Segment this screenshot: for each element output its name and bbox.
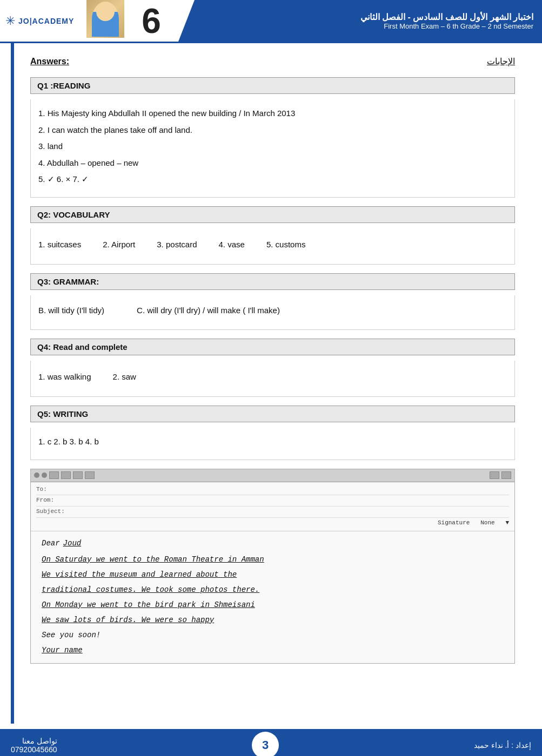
q1-content: 1. His Majesty king Abdullah II opened t… xyxy=(30,99,515,198)
q4-item-1: 1. was walking xyxy=(38,369,91,385)
q1-item-2: 2. I can watch the planes take off and l… xyxy=(38,123,507,138)
contact-arabic: تواصل معنا xyxy=(11,737,57,745)
toolbar-dot-2 xyxy=(42,473,47,478)
letter-header-fields: To: From: Subject: Signature None ▼ xyxy=(31,482,514,531)
arabic-answers-label: الإجابات xyxy=(487,56,515,66)
footer-page-number: 3 xyxy=(252,732,279,756)
vocab-2: 2. Airport xyxy=(103,237,135,253)
letter-line-4: On Monday we went to the bird park in Sh… xyxy=(42,597,504,612)
toolbar-btn-close xyxy=(501,471,511,479)
letter-toolbar xyxy=(31,469,514,482)
dear-label: Dear xyxy=(42,536,60,551)
vocab-3: 3. postcard xyxy=(157,237,197,253)
toolbar-btn-3 xyxy=(73,471,83,479)
q1-item-5: 5. ✓ 6. × 7. ✓ xyxy=(38,172,507,187)
toolbar-btn-4 xyxy=(85,471,95,479)
q5-items: 1. c 2. b 3. b 4. b xyxy=(38,434,507,450)
q5-header: Q5: WRITING xyxy=(30,406,515,422)
header-title-area: اختبار الشهر الأول للصف السادس - الفصل ا… xyxy=(178,0,542,42)
field-row-to: To: xyxy=(36,484,509,496)
grammar-line: B. will tidy (I'll tidy) C. will dry (I'… xyxy=(38,301,507,321)
dear-name: Joud xyxy=(63,536,82,551)
q4-content: 1. was walking 2. saw xyxy=(30,361,515,397)
vocab-5: 5. customs xyxy=(266,237,306,253)
field-row-subject: Subject: xyxy=(36,507,509,518)
footer-author: إعداد : أ. نداء حميد xyxy=(474,741,531,750)
letter-see-you: See you soon! xyxy=(42,627,504,643)
answers-label: Answers: xyxy=(30,57,69,66)
letter-line-3: traditional costumes. We took some photo… xyxy=(42,582,504,597)
dear-line: Dear Joud xyxy=(42,536,504,551)
avatar xyxy=(86,0,124,38)
letter-body: Dear Joud On Saturday we went to the Rom… xyxy=(31,531,514,663)
field-signature: Signature None ▼ xyxy=(36,518,509,529)
field-subject-label: Subject: xyxy=(36,507,63,517)
page-header: ✳ JO|ACADEMY 6 اختبار الشهر الأول للصف ا… xyxy=(0,0,542,43)
toolbar-dot-1 xyxy=(34,473,39,478)
field-row-signature: Signature None ▼ xyxy=(36,518,509,529)
field-row-from: From: xyxy=(36,495,509,507)
q2-header: Q2: VOCABULARY xyxy=(30,206,515,223)
q1-item-3: 3. land xyxy=(38,139,507,154)
logo-area: ✳ JO|ACADEMY xyxy=(0,0,86,42)
field-to-label: To: xyxy=(36,484,63,495)
field-from-label: From: xyxy=(36,495,63,506)
grammar-c: C. will dry (I'll dry) / will make ( I'l… xyxy=(137,303,280,319)
footer-left: تواصل معنا 07920045660 xyxy=(11,737,57,754)
toolbar-btn-1 xyxy=(49,471,59,479)
phone-number: 07920045660 xyxy=(11,745,57,754)
answers-row: Answers: الإجابات xyxy=(30,54,515,69)
letter-line-2: We visited the museum and learned about … xyxy=(42,567,504,582)
q5-content: 1. c 2. b 3. b 4. b xyxy=(30,428,515,460)
logo-text: JO|ACADEMY xyxy=(18,17,74,25)
toolbar-btn-min xyxy=(490,471,499,479)
vocab-4: 4. vase xyxy=(219,237,245,253)
q4-line: 1. was walking 2. saw xyxy=(38,366,507,388)
page-footer: تواصل معنا 07920045660 3 إعداد : أ. نداء… xyxy=(0,729,542,756)
english-title: First Month Exam – 6 th Grade – 2 nd Sem… xyxy=(384,22,533,30)
q1-item-1: 1. His Majesty king Abdullah II opened t… xyxy=(38,106,507,122)
q4-header: Q4: Read and complete xyxy=(30,339,515,355)
arabic-title: اختبار الشهر الأول للصف السادس - الفصل ا… xyxy=(360,12,533,22)
q2-content: 1. suitcases 2. Airport 3. postcard 4. v… xyxy=(30,228,515,265)
grade-number: 6 xyxy=(124,0,178,42)
logo-star-icon: ✳ xyxy=(5,14,15,28)
q3-content: B. will tidy (I'll tidy) C. will dry (I'… xyxy=(30,295,515,330)
grammar-b: B. will tidy (I'll tidy) xyxy=(38,303,104,319)
q1-item-4: 4. Abdullah – opened – new xyxy=(38,156,507,171)
page-content: Answers: الإجابات Q1 :READING 1. His Maj… xyxy=(11,43,531,724)
letter-line-5: We saw lots of birds. We were so happy xyxy=(42,612,504,627)
toolbar-btn-2 xyxy=(61,471,71,479)
vocab-1: 1. suitcases xyxy=(38,237,81,253)
letter-your-name: Your name xyxy=(42,643,504,658)
q4-item-2: 2. saw xyxy=(113,369,136,385)
letter-container: To: From: Subject: Signature None ▼ Dear… xyxy=(30,469,515,664)
vocab-line: 1. suitcases 2. Airport 3. postcard 4. v… xyxy=(38,234,507,256)
letter-line-1: On Saturday we went to the Roman Theatre… xyxy=(42,552,504,567)
q3-header: Q3: GRAMMAR: xyxy=(30,273,515,290)
q1-header: Q1 :READING xyxy=(30,77,515,94)
